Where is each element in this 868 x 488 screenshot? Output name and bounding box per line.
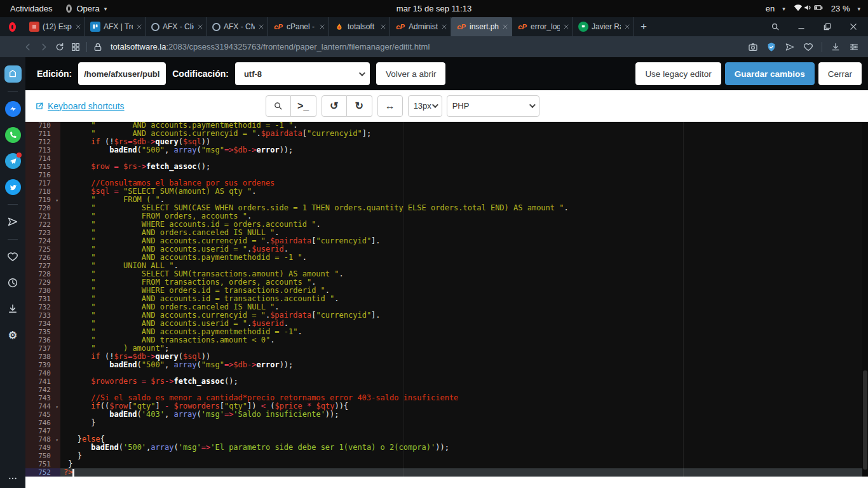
- heart-button[interactable]: [0, 248, 25, 266]
- tab-afx-tre[interactable]: AFX | Tre: [85, 17, 146, 36]
- tab-afx-clie[interactable]: AFX - Clie: [146, 17, 207, 36]
- flow-send-icon[interactable]: [785, 42, 795, 52]
- line-number[interactable]: 746: [25, 419, 60, 427]
- line-number[interactable]: 731: [25, 295, 60, 303]
- line-number[interactable]: 742: [25, 386, 60, 394]
- line-number[interactable]: 713: [25, 146, 60, 154]
- line-number[interactable]: 745: [25, 410, 60, 419]
- line-number[interactable]: 716: [25, 171, 60, 179]
- code-line-713[interactable]: 713 badEnd("500", array("msg"=>$db->erro…: [25, 146, 868, 154]
- code-line-739[interactable]: 739 badEnd("500", array("msg"=>$db->erro…: [25, 361, 868, 369]
- code-editor[interactable]: 710 " AND accounts.paymentmethodid = -1 …: [25, 122, 868, 477]
- line-number[interactable]: 726: [25, 254, 60, 262]
- flow-send-button[interactable]: [0, 213, 25, 231]
- code-line-752[interactable]: 752?>: [25, 468, 868, 477]
- line-number[interactable]: 747: [25, 427, 60, 435]
- line-number[interactable]: 750: [25, 452, 60, 460]
- close-icon[interactable]: [624, 24, 630, 30]
- code-line-746[interactable]: 746 }: [25, 419, 868, 427]
- font-size-select[interactable]: 13px: [408, 95, 442, 117]
- line-number[interactable]: 715: [25, 163, 60, 171]
- redo-button[interactable]: ↻: [347, 95, 372, 117]
- tab-error-log[interactable]: cPerror_log: [512, 17, 573, 36]
- line-number[interactable]: 729: [25, 278, 60, 287]
- tab-cpanel-f[interactable]: cPcPanel - F: [268, 17, 329, 36]
- line-number[interactable]: 735: [25, 328, 60, 336]
- battery-icon[interactable]: [813, 3, 824, 13]
- line-number[interactable]: 736: [25, 336, 60, 344]
- clock[interactable]: mar 15 de sep 11:13: [397, 4, 471, 13]
- back-icon[interactable]: [23, 42, 33, 52]
- close-icon[interactable]: [75, 24, 81, 30]
- line-number[interactable]: 728: [25, 270, 60, 278]
- line-number[interactable]: 711: [25, 130, 60, 138]
- download-button[interactable]: [0, 300, 25, 318]
- line-number[interactable]: 749: [25, 444, 60, 452]
- reload-icon[interactable]: [55, 42, 65, 52]
- line-number[interactable]: 738: [25, 353, 60, 361]
- line-number[interactable]: 752: [25, 468, 60, 477]
- file-path-input[interactable]: [78, 62, 166, 85]
- line-number[interactable]: 737: [25, 344, 60, 353]
- legacy-editor-button[interactable]: Use legacy editor: [635, 62, 721, 85]
- undo-button[interactable]: ↺: [322, 95, 347, 117]
- heart-icon[interactable]: [803, 42, 813, 52]
- close-icon[interactable]: [136, 24, 142, 30]
- tab-12-espe[interactable]: (12) Espe: [24, 17, 85, 36]
- whatsapp-button[interactable]: [0, 126, 25, 144]
- close-icon[interactable]: [319, 24, 325, 30]
- save-changes-button[interactable]: Guardar cambios: [725, 62, 815, 85]
- tab-totalsoft[interactable]: totalsoft: [329, 17, 390, 36]
- encoding-select[interactable]: utf-8: [235, 62, 370, 85]
- line-number[interactable]: 741: [25, 377, 60, 386]
- line-number[interactable]: 732: [25, 303, 60, 311]
- line-number[interactable]: 719▾: [25, 196, 60, 204]
- close-icon[interactable]: [197, 24, 203, 30]
- line-number[interactable]: 717: [25, 179, 60, 187]
- tab-insert-ph[interactable]: cPinsert.ph: [451, 17, 512, 36]
- telegram-button[interactable]: [0, 152, 25, 170]
- code-line-750[interactable]: 750 }: [25, 452, 868, 460]
- code-line-741[interactable]: 741 $roworders = $rs->fetch_assoc();: [25, 377, 868, 386]
- new-tab-button[interactable]: +: [634, 20, 653, 33]
- line-number[interactable]: 730: [25, 287, 60, 295]
- code-line-745[interactable]: 745 badEnd('403', array('msg'=>'Saldo in…: [25, 410, 868, 419]
- arrows-h-button[interactable]: ↔: [377, 95, 403, 117]
- line-number[interactable]: 718: [25, 187, 60, 196]
- code-line-715[interactable]: 715 $row = $rs->fetch_assoc();: [25, 163, 868, 171]
- close-icon[interactable]: [258, 24, 264, 30]
- line-number[interactable]: 712: [25, 138, 60, 146]
- speed-dial-home-button[interactable]: [0, 65, 25, 83]
- line-number[interactable]: 740: [25, 369, 60, 377]
- download-icon[interactable]: [831, 42, 841, 52]
- lock-icon[interactable]: [93, 42, 103, 52]
- close-button[interactable]: Cerrar: [818, 62, 862, 85]
- wifi-icon[interactable]: [793, 3, 803, 13]
- language-indicator[interactable]: en: [766, 4, 775, 13]
- line-number[interactable]: 710: [25, 122, 60, 130]
- code-line-747[interactable]: 747: [25, 427, 868, 435]
- editor-scrollbar[interactable]: [862, 122, 868, 477]
- line-number[interactable]: 751: [25, 460, 60, 468]
- url-display[interactable]: totalsoftware.la:2083/cpsess3194325763/f…: [111, 42, 748, 51]
- line-number[interactable]: 721: [25, 212, 60, 220]
- line-number[interactable]: 725: [25, 245, 60, 254]
- line-number[interactable]: 748▾: [25, 435, 60, 444]
- twitter-button[interactable]: [0, 178, 25, 196]
- line-number[interactable]: 733: [25, 311, 60, 320]
- scrollbar-thumb[interactable]: [863, 370, 867, 470]
- close-icon[interactable]: [441, 24, 447, 30]
- activities-button[interactable]: Actividades: [10, 4, 52, 13]
- speed-dial-icon[interactable]: [71, 42, 81, 52]
- line-number[interactable]: 734: [25, 320, 60, 328]
- tab-javier-ra[interactable]: Javier Ra: [573, 17, 634, 36]
- line-number[interactable]: 714: [25, 154, 60, 163]
- minimize-icon[interactable]: [797, 22, 806, 31]
- messenger-button[interactable]: [0, 100, 25, 118]
- volume-icon[interactable]: [803, 3, 813, 13]
- search-icon[interactable]: [771, 22, 780, 31]
- line-number[interactable]: 724: [25, 237, 60, 245]
- dots-button[interactable]: [0, 470, 25, 488]
- opera-menu-button[interactable]: [0, 22, 24, 32]
- code-line-749[interactable]: 749 badEnd('500',array('msg'=>'El parame…: [25, 444, 868, 452]
